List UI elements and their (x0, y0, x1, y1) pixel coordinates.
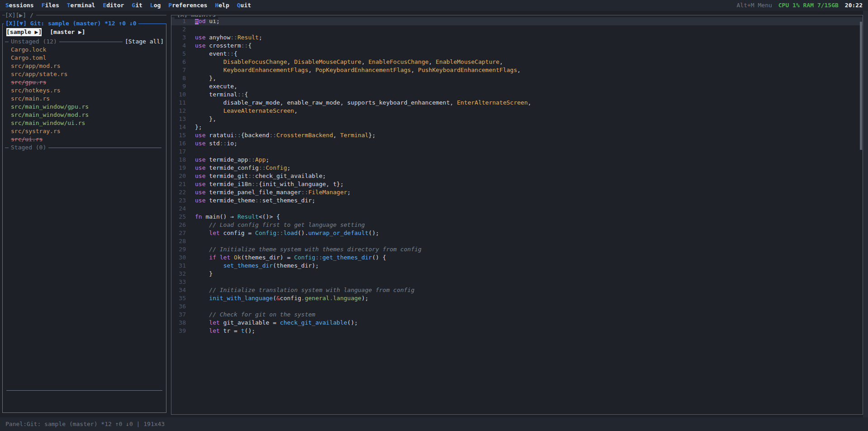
code-line-17[interactable]: 17 (171, 148, 863, 156)
menu-item-files[interactable]: Files (42, 1, 59, 10)
code-line-9[interactable]: 9 execute, (171, 82, 863, 91)
code-line-21[interactable]: 21use termide_i18n::{init_with_language,… (171, 180, 863, 188)
code-text: }, (195, 115, 216, 123)
code-line-15[interactable]: 15use ratatui::{backend::CrosstermBacken… (171, 131, 863, 139)
code-line-12[interactable]: 12 LeaveAlternateScreen, (171, 107, 863, 115)
code-line-27[interactable]: 27 let config = Config::load().unwrap_or… (171, 229, 863, 237)
code-text: use termide_theme::set_themes_dir; (195, 196, 315, 205)
code-line-26[interactable]: 26 // Load config first to get language … (171, 221, 863, 229)
git-file-row-added[interactable]: src/main_window/ui.rs (5, 119, 164, 127)
unstaged-file-list: Cargo.lockCargo.tomlsrc/app/mod.rssrc/ap… (5, 46, 164, 144)
line-number: 33 (171, 278, 186, 286)
code-line-31[interactable]: 31 set_themes_dir(themes_dir); (171, 262, 863, 270)
code-line-28[interactable]: 28 (171, 237, 863, 245)
code-line-4[interactable]: 4use crossterm::{ (171, 42, 863, 50)
menu-item-log[interactable]: Log (150, 1, 161, 10)
git-file-row-added[interactable]: src/main_window/gpu.rs (5, 103, 164, 111)
code-text: // Load config first to get language set… (195, 221, 365, 229)
menu-item-help[interactable]: Help (215, 1, 229, 10)
code-line-8[interactable]: 8 }, (171, 74, 863, 82)
code-line-38[interactable]: 38 let git_available = check_git_availab… (171, 319, 863, 327)
code-line-36[interactable]: 36 (171, 302, 863, 311)
git-file-row-modified[interactable]: src/app/mod.rs (5, 62, 164, 70)
menu-item-terminal[interactable]: Terminal (67, 1, 95, 10)
code-text: init_with_language(&config.general.langu… (195, 294, 369, 302)
line-number: 21 (171, 180, 186, 188)
code-line-33[interactable]: 33 (171, 278, 863, 286)
git-file-row-deleted[interactable]: src/ui.rs (5, 135, 164, 144)
code-line-25[interactable]: 25fn main() → Result<()> { (171, 213, 863, 221)
code-line-7[interactable]: 7 KeyboardEnhancementFlags, PopKeyboardE… (171, 66, 863, 74)
editor-tab-title[interactable]: [X] main.rs (175, 15, 218, 19)
code-line-37[interactable]: 37 // Check for git on the system (171, 311, 863, 319)
border-dash (5, 148, 9, 148)
stage-all-button[interactable]: [Stage all] (125, 38, 164, 46)
menu-item-preferences[interactable]: Preferences (168, 1, 207, 10)
git-file-row-modified[interactable]: src/main.rs (5, 95, 164, 103)
editor-scrollbar[interactable] (860, 22, 862, 150)
line-number: 23 (171, 196, 186, 205)
code-line-34[interactable]: 34 // Initialize translation system with… (171, 286, 863, 294)
code-text: LeaveAlternateScreen, (195, 107, 298, 115)
staged-section-header[interactable]: Staged (0) (5, 144, 164, 152)
git-file-row-modified[interactable]: src/hotkeys.rs (5, 86, 164, 95)
line-number: 5 (171, 50, 186, 58)
editor-panel[interactable]: [X] main.rs 1mod ui;23use anyhow::Result… (171, 15, 863, 415)
line-number: 7 (171, 66, 186, 74)
code-line-6[interactable]: 6 DisableFocusChange, DisableMouseCaptur… (171, 58, 863, 66)
git-repo-row: [sample ▶] [master ▶] (5, 28, 164, 36)
code-line-14[interactable]: 14}; (171, 123, 863, 131)
menu-item-quit[interactable]: Quit (237, 1, 251, 10)
code-line-5[interactable]: 5 event::{ (171, 50, 863, 58)
panel-controls[interactable]: [X][▶] (5, 11, 26, 19)
line-number: 17 (171, 148, 186, 156)
git-panel-title[interactable]: [X][▼] Git: sample (master) *12 ↑0 ↓0 (4, 19, 138, 28)
code-line-2[interactable]: 2 (171, 25, 863, 34)
code-line-22[interactable]: 22use termide_panel_file_manager::FileMa… (171, 188, 863, 196)
workspace: [X][▶] / [X][▼] Git: sample (master) *12… (0, 11, 868, 417)
code-line-29[interactable]: 29 // Initialize theme system with theme… (171, 245, 863, 254)
code-line-39[interactable]: 39 let tr = t(); (171, 327, 863, 335)
code-text: set_themes_dir(themes_dir); (195, 262, 319, 270)
line-number: 38 (171, 319, 186, 327)
menu-accelerator-letter: P (168, 2, 172, 9)
code-line-30[interactable]: 30 if let Ok(themes_dir) = Config::get_t… (171, 254, 863, 262)
git-file-row-deleted[interactable]: src/gpu.rs (5, 78, 164, 86)
code-line-23[interactable]: 23use termide_theme::set_themes_dir; (171, 196, 863, 205)
menu-item-editor[interactable]: Editor (103, 1, 124, 10)
code-line-19[interactable]: 19use termide_config::Config; (171, 164, 863, 172)
editor-code[interactable]: 1mod ui;23use anyhow::Result;4use crosst… (171, 15, 863, 335)
git-file-row-modified[interactable]: Cargo.lock (5, 46, 164, 54)
line-number: 10 (171, 91, 186, 99)
code-line-32[interactable]: 32 } (171, 270, 863, 278)
code-line-35[interactable]: 35 init_with_language(&config.general.la… (171, 294, 863, 302)
terminal-ide-screen: SessionsFilesTerminalEditorGitLogPrefere… (0, 0, 868, 431)
git-file-row-added[interactable]: src/main_window/mod.rs (5, 111, 164, 119)
line-number: 34 (171, 286, 186, 294)
code-line-16[interactable]: 16use std::io; (171, 139, 863, 148)
collapsed-panel-title: / (30, 11, 33, 19)
code-line-24[interactable]: 24 (171, 205, 863, 213)
line-number: 15 (171, 131, 186, 139)
code-line-10[interactable]: 10 terminal::{ (171, 91, 863, 99)
code-line-20[interactable]: 20use termide_git::check_git_available; (171, 172, 863, 180)
line-number: 4 (171, 42, 186, 50)
border-dash (5, 42, 9, 42)
code-text: }; (195, 123, 202, 131)
menu-item-git[interactable]: Git (132, 1, 142, 10)
repo-selector-button[interactable]: [sample ▶] (6, 28, 42, 36)
code-line-18[interactable]: 18use termide_app::App; (171, 156, 863, 164)
unstaged-section-header[interactable]: Unstaged (12) [Stage all] (5, 38, 164, 46)
menu-item-sessions[interactable]: Sessions (5, 1, 34, 10)
line-number: 18 (171, 156, 186, 164)
git-file-row-modified[interactable]: src/app/state.rs (5, 70, 164, 78)
code-line-1[interactable]: 1mod ui; (171, 17, 863, 25)
code-line-11[interactable]: 11 disable_raw_mode, enable_raw_mode, su… (171, 99, 863, 107)
git-file-row-modified[interactable]: Cargo.toml (5, 54, 164, 62)
git-panel-body: [sample ▶] [master ▶] Unstaged (12) [Sta… (3, 24, 166, 412)
branch-selector-button[interactable]: [master ▶] (50, 28, 85, 36)
file-manager-panel-collapsed[interactable]: [X][▶] / (2, 11, 166, 19)
code-line-13[interactable]: 13 }, (171, 115, 863, 123)
git-file-row-modified[interactable]: src/systray.rs (5, 127, 164, 135)
code-line-3[interactable]: 3use anyhow::Result; (171, 34, 863, 42)
